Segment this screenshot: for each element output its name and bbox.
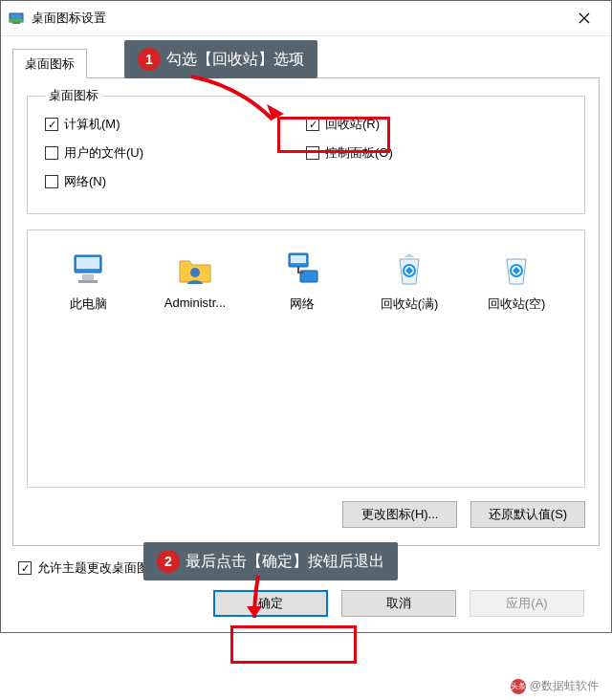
highlight-recycle-check [277, 117, 390, 153]
icon-user-folder[interactable]: Administr... [152, 250, 238, 313]
check-allow-theme[interactable]: ✓ [18, 561, 32, 575]
titlebar: 桌面图标设置 [1, 1, 611, 36]
callout-step2: 2 最后点击【确定】按钮后退出 [143, 542, 398, 580]
settings-window: 桌面图标设置 桌面图标 桌面图标 ✓ 计算机(M) ✓ 回收站(R) [0, 0, 612, 633]
icon-network[interactable]: 网络 [259, 250, 345, 313]
cancel-button[interactable]: 取消 [341, 590, 456, 617]
check-userfiles-label[interactable]: 用户的文件(U) [64, 144, 143, 162]
close-button[interactable] [565, 7, 603, 30]
window-title: 桌面图标设置 [32, 10, 565, 27]
callout-step1: 1 勾选【回收站】选项 [124, 40, 317, 78]
svg-rect-2 [12, 22, 20, 24]
watermark-icon: 头条 [511, 679, 526, 694]
svg-rect-1 [10, 19, 23, 22]
icon-recycle-full[interactable]: 回收站(满) [366, 250, 452, 313]
step2-text: 最后点击【确定】按钮后退出 [186, 552, 384, 572]
restore-default-button[interactable]: 还原默认值(S) [470, 501, 585, 528]
icon-preview-pane: 此电脑 Administr... 网络 [27, 230, 585, 488]
step1-badge: 1 [138, 48, 161, 71]
pc-icon [69, 250, 107, 288]
user-folder-icon [176, 250, 214, 288]
svg-rect-4 [76, 257, 99, 269]
icon-recycle-empty[interactable]: 回收站(空) [473, 250, 559, 313]
watermark: 头条 @数据蛙软件 [511, 678, 599, 694]
ok-button[interactable]: 确定 [213, 590, 328, 617]
watermark-text: @数据蛙软件 [530, 678, 599, 694]
apply-button: 应用(A) [470, 590, 584, 617]
svg-rect-6 [78, 280, 98, 283]
icon-this-pc[interactable]: 此电脑 [45, 250, 131, 313]
desktop-icons-group: 桌面图标 ✓ 计算机(M) ✓ 回收站(R) 用户的文件(U) 控制 [27, 96, 585, 214]
check-userfiles[interactable] [45, 146, 58, 160]
check-computer[interactable]: ✓ [45, 118, 58, 131]
group-legend: 桌面图标 [45, 87, 102, 104]
tab-desktop-icons[interactable]: 桌面图标 [12, 49, 87, 78]
check-computer-label[interactable]: 计算机(M) [64, 116, 120, 133]
step2-badge: 2 [157, 550, 180, 573]
recycle-empty-icon [497, 250, 536, 288]
network-icon [283, 250, 321, 288]
svg-rect-9 [291, 255, 306, 263]
dialog-footer: 确定 取消 应用(A) [1, 577, 611, 632]
check-network[interactable] [45, 175, 58, 188]
window-icon [9, 11, 24, 26]
change-icon-button[interactable]: 更改图标(H)... [342, 501, 457, 528]
step1-text: 勾选【回收站】选项 [166, 50, 304, 70]
svg-point-7 [190, 268, 200, 277]
highlight-ok-button [230, 625, 357, 664]
recycle-full-icon [390, 250, 428, 288]
check-network-label[interactable]: 网络(N) [64, 173, 106, 190]
svg-rect-5 [82, 274, 94, 280]
